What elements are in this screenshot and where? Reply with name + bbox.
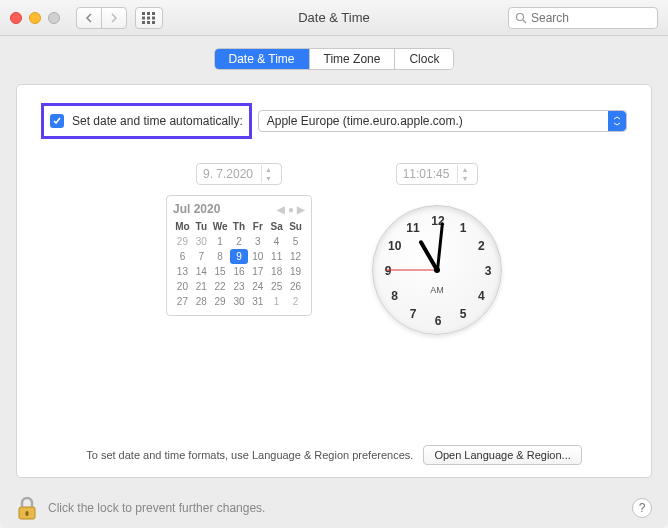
calendar-day[interactable]: 15 — [211, 264, 230, 279]
traffic-lights — [10, 12, 60, 24]
calendar-day[interactable]: 31 — [248, 294, 267, 309]
calendar-weekday: Tu — [192, 219, 211, 234]
back-button[interactable] — [76, 7, 102, 29]
calendar-day[interactable]: 2 — [286, 294, 305, 309]
chevron-down-icon — [608, 111, 626, 131]
clock-numeral: 4 — [478, 289, 485, 303]
search-field[interactable] — [508, 7, 658, 29]
calendar-day[interactable]: 17 — [248, 264, 267, 279]
svg-rect-6 — [142, 21, 145, 24]
date-value: 9. 7.2020 — [203, 167, 253, 181]
svg-rect-8 — [152, 21, 155, 24]
calendar-day[interactable]: 29 — [173, 234, 192, 249]
clock-second-hand — [385, 270, 437, 271]
calendar-today-icon[interactable]: ● — [288, 204, 294, 215]
auto-time-highlight: Set date and time automatically: — [41, 103, 252, 139]
lock-icon[interactable] — [16, 495, 38, 521]
calendar-day[interactable]: 2 — [230, 234, 249, 249]
auto-time-label: Set date and time automatically: — [72, 114, 243, 128]
clock-numeral: 7 — [410, 307, 417, 321]
close-window-icon[interactable] — [10, 12, 22, 24]
clock-numeral: 3 — [485, 264, 492, 278]
search-icon — [515, 12, 527, 24]
svg-rect-1 — [147, 12, 150, 15]
calendar-day[interactable]: 1 — [267, 294, 286, 309]
calendar-day[interactable]: 25 — [267, 279, 286, 294]
calendar-day[interactable]: 23 — [230, 279, 249, 294]
tab-clock[interactable]: Clock — [395, 49, 453, 69]
calendar-month-label: Jul 2020 — [173, 202, 220, 216]
calendar-weekday: We — [211, 219, 230, 234]
clock-center-pin — [434, 267, 440, 273]
calendar-day[interactable]: 18 — [267, 264, 286, 279]
calendar-day[interactable]: 5 — [286, 234, 305, 249]
calendar-weekday: Mo — [173, 219, 192, 234]
calendar-prev-icon[interactable]: ◀ — [277, 204, 285, 215]
time-server-select[interactable]: Apple Europe (time.euro.apple.com.) — [258, 110, 627, 132]
calendar-day[interactable]: 6 — [173, 249, 192, 264]
auto-time-checkbox[interactable] — [50, 114, 64, 128]
calendar-day[interactable]: 19 — [286, 264, 305, 279]
clock-numeral: 2 — [478, 239, 485, 253]
clock-numeral: 10 — [388, 239, 401, 253]
clock-numeral: 5 — [460, 307, 467, 321]
svg-point-9 — [517, 13, 524, 20]
open-language-region-button[interactable]: Open Language & Region... — [423, 445, 581, 465]
tab-time-zone[interactable]: Time Zone — [310, 49, 396, 69]
titlebar: Date & Time — [0, 0, 668, 36]
tab-bar: Date & Time Time Zone Clock — [214, 48, 455, 70]
zoom-window-icon — [48, 12, 60, 24]
calendar-day[interactable]: 11 — [267, 249, 286, 264]
clock-numeral: 11 — [406, 221, 419, 235]
calendar-weekday: Fr — [248, 219, 267, 234]
calendar-day[interactable]: 4 — [267, 234, 286, 249]
calendar-day[interactable]: 24 — [248, 279, 267, 294]
time-server-value: Apple Europe (time.euro.apple.com.) — [259, 114, 471, 128]
svg-rect-12 — [26, 511, 29, 516]
clock-numeral: 6 — [435, 314, 442, 328]
calendar-day[interactable]: 9 — [230, 249, 249, 264]
calendar[interactable]: Jul 2020 ◀ ● ▶ MoTuWeThFrSaSu 2930123456… — [166, 195, 312, 316]
calendar-day[interactable]: 30 — [230, 294, 249, 309]
time-field[interactable]: 11:01:45 ▲▼ — [396, 163, 479, 185]
calendar-day[interactable]: 3 — [248, 234, 267, 249]
svg-rect-7 — [147, 21, 150, 24]
help-button[interactable]: ? — [632, 498, 652, 518]
clock-numeral: 9 — [385, 264, 392, 278]
calendar-weekday: Th — [230, 219, 249, 234]
search-input[interactable] — [531, 11, 651, 25]
calendar-day[interactable]: 7 — [192, 249, 211, 264]
calendar-day[interactable]: 14 — [192, 264, 211, 279]
time-value: 11:01:45 — [403, 167, 450, 181]
tab-date-time[interactable]: Date & Time — [215, 49, 310, 69]
show-all-button[interactable] — [135, 7, 163, 29]
calendar-day[interactable]: 30 — [192, 234, 211, 249]
calendar-day[interactable]: 10 — [248, 249, 267, 264]
svg-rect-2 — [152, 12, 155, 15]
minimize-window-icon[interactable] — [29, 12, 41, 24]
calendar-next-icon[interactable]: ▶ — [297, 204, 305, 215]
calendar-day[interactable]: 28 — [192, 294, 211, 309]
calendar-day[interactable]: 21 — [192, 279, 211, 294]
calendar-day[interactable]: 16 — [230, 264, 249, 279]
calendar-day[interactable]: 29 — [211, 294, 230, 309]
date-stepper-arrows[interactable]: ▲▼ — [261, 165, 275, 183]
calendar-day[interactable]: 13 — [173, 264, 192, 279]
calendar-day[interactable]: 8 — [211, 249, 230, 264]
time-stepper-arrows[interactable]: ▲▼ — [457, 165, 471, 183]
calendar-weekday: Sa — [267, 219, 286, 234]
clock-ampm: AM — [430, 285, 444, 295]
calendar-day[interactable]: 27 — [173, 294, 192, 309]
svg-rect-3 — [142, 16, 145, 19]
date-field[interactable]: 9. 7.2020 ▲▼ — [196, 163, 282, 185]
calendar-day[interactable]: 20 — [173, 279, 192, 294]
calendar-weekday: Su — [286, 219, 305, 234]
calendar-day[interactable]: 26 — [286, 279, 305, 294]
analog-clock: 123456789101112 AM — [372, 205, 502, 335]
format-hint: To set date and time formats, use Langua… — [86, 449, 413, 461]
clock-numeral: 1 — [460, 221, 467, 235]
calendar-day[interactable]: 12 — [286, 249, 305, 264]
calendar-day[interactable]: 22 — [211, 279, 230, 294]
forward-button[interactable] — [101, 7, 127, 29]
calendar-day[interactable]: 1 — [211, 234, 230, 249]
